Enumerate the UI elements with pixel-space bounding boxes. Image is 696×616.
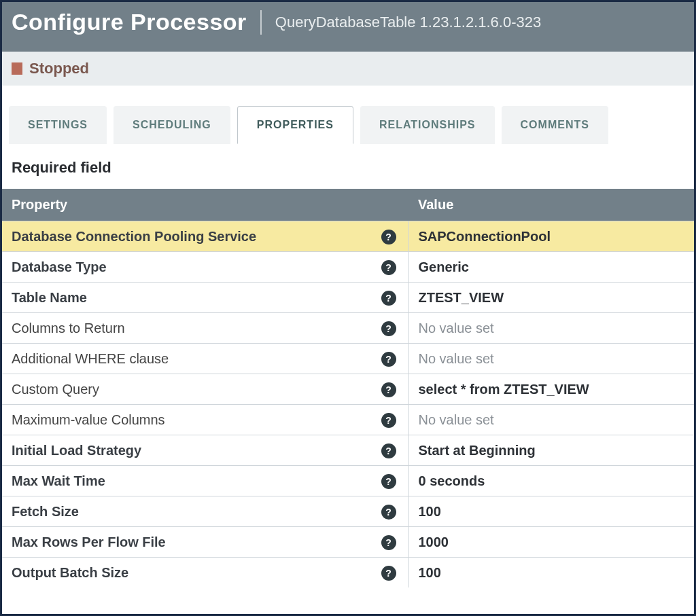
help-icon[interactable]: ? (381, 566, 396, 581)
property-name-cell[interactable]: Maximum-value Columns (2, 405, 369, 435)
help-icon[interactable]: ? (381, 413, 396, 428)
property-name-cell[interactable]: Database Type (2, 252, 369, 283)
property-name-cell[interactable]: Initial Load Strategy (2, 435, 369, 466)
property-value: No value set (419, 351, 494, 366)
help-icon[interactable]: ? (381, 230, 396, 244)
help-cell: ? (369, 283, 408, 313)
help-cell: ? (369, 405, 408, 435)
property-value-cell[interactable]: select * from ZTEST_VIEW (408, 374, 694, 405)
help-cell: ? (369, 374, 408, 405)
title-divider (260, 10, 262, 35)
property-name: Database Type (12, 259, 107, 274)
help-cell: ? (369, 527, 408, 558)
help-icon[interactable]: ? (381, 474, 396, 489)
property-value-cell[interactable]: 0 seconds (408, 466, 694, 496)
tab-properties[interactable]: PROPERTIES (237, 106, 353, 144)
property-name: Database Connection Pooling Service (12, 229, 256, 244)
table-row[interactable]: Output Batch Size?100 (2, 558, 694, 588)
property-name-cell[interactable]: Max Wait Time (2, 466, 369, 496)
property-name-cell[interactable]: Fetch Size (2, 496, 369, 527)
help-cell: ? (369, 344, 408, 374)
help-icon[interactable]: ? (381, 505, 396, 520)
header-value: Value (408, 189, 694, 221)
property-name: Fetch Size (12, 504, 79, 519)
dialog-header: Configure Processor QueryDatabaseTable 1… (2, 2, 694, 52)
property-name-cell[interactable]: Output Batch Size (2, 558, 369, 588)
property-name-cell[interactable]: Additional WHERE clause (2, 344, 369, 374)
configure-processor-dialog: Configure Processor QueryDatabaseTable 1… (0, 0, 696, 616)
property-name: Additional WHERE clause (12, 351, 169, 366)
table-row[interactable]: Database Connection Pooling Service?SAPC… (2, 221, 694, 252)
property-value-cell[interactable]: Start at Beginning (408, 435, 694, 466)
property-value: 100 (419, 565, 441, 580)
property-value: Start at Beginning (419, 443, 536, 458)
help-icon[interactable]: ? (381, 291, 396, 306)
help-cell: ? (369, 252, 408, 283)
property-value-cell[interactable]: No value set (408, 344, 694, 374)
help-cell: ? (369, 435, 408, 466)
property-value-cell[interactable]: 100 (408, 496, 694, 527)
help-icon[interactable]: ? (381, 443, 396, 458)
property-name: Initial Load Strategy (12, 443, 141, 458)
property-value-cell[interactable]: 1000 (408, 527, 694, 558)
property-name: Custom Query (12, 382, 99, 397)
dialog-title: Configure Processor (12, 9, 247, 35)
property-value: No value set (419, 412, 494, 427)
property-value: SAPConnectionPool (419, 229, 551, 244)
property-value-cell[interactable]: No value set (408, 313, 694, 344)
property-name: Max Wait Time (12, 473, 105, 488)
table-row[interactable]: Columns to Return?No value set (2, 313, 694, 344)
table-row[interactable]: Max Wait Time?0 seconds (2, 466, 694, 496)
help-cell: ? (369, 466, 408, 496)
property-value-cell[interactable]: No value set (408, 405, 694, 435)
table-row[interactable]: Table Name?ZTEST_VIEW (2, 283, 694, 313)
help-cell: ? (369, 558, 408, 588)
property-name-cell[interactable]: Max Rows Per Flow File (2, 527, 369, 558)
property-value: 100 (419, 504, 441, 519)
help-icon[interactable]: ? (381, 382, 396, 397)
property-name-cell[interactable]: Columns to Return (2, 313, 369, 344)
help-icon[interactable]: ? (381, 321, 396, 336)
table-row[interactable]: Max Rows Per Flow File?1000 (2, 527, 694, 558)
help-cell: ? (369, 313, 408, 344)
help-cell: ? (369, 221, 408, 252)
property-name: Table Name (12, 290, 87, 305)
tab-scheduling[interactable]: SCHEDULING (114, 106, 230, 144)
tab-comments[interactable]: COMMENTS (502, 106, 608, 144)
property-value-cell[interactable]: ZTEST_VIEW (408, 283, 694, 313)
status-bar: Stopped (2, 52, 694, 86)
property-name-cell[interactable]: Database Connection Pooling Service (2, 221, 369, 252)
property-name-cell[interactable]: Custom Query (2, 374, 369, 405)
processor-name-version: QueryDatabaseTable 1.23.1.2.1.6.0-323 (275, 14, 541, 31)
tab-bar: SETTINGSSCHEDULINGPROPERTIESRELATIONSHIP… (9, 106, 687, 144)
table-row[interactable]: Database Type?Generic (2, 252, 694, 283)
property-value-cell[interactable]: 100 (408, 558, 694, 588)
table-row[interactable]: Fetch Size?100 (2, 496, 694, 527)
property-value: Generic (419, 259, 469, 274)
table-row[interactable]: Initial Load Strategy?Start at Beginning (2, 435, 694, 466)
table-row[interactable]: Custom Query?select * from ZTEST_VIEW (2, 374, 694, 405)
property-value: No value set (419, 321, 494, 336)
tabs-container: SETTINGSSCHEDULINGPROPERTIESRELATIONSHIP… (2, 86, 694, 144)
stopped-icon (12, 62, 22, 75)
property-name: Output Batch Size (12, 565, 128, 580)
help-icon[interactable]: ? (381, 535, 396, 550)
help-icon[interactable]: ? (381, 260, 396, 275)
header-property: Property (2, 189, 408, 221)
help-icon[interactable]: ? (381, 352, 396, 367)
property-value: 0 seconds (419, 473, 485, 488)
table-row[interactable]: Additional WHERE clause?No value set (2, 344, 694, 374)
table-row[interactable]: Maximum-value Columns?No value set (2, 405, 694, 435)
property-value: select * from ZTEST_VIEW (419, 382, 589, 397)
property-value-cell[interactable]: SAPConnectionPool (408, 221, 694, 252)
tab-settings[interactable]: SETTINGS (9, 106, 107, 144)
status-label: Stopped (29, 60, 89, 77)
property-value-cell[interactable]: Generic (408, 252, 694, 283)
property-name-cell[interactable]: Table Name (2, 283, 369, 313)
required-field-label: Required field (2, 144, 694, 189)
tab-relationships[interactable]: RELATIONSHIPS (360, 106, 495, 144)
properties-table: Property Value Database Connection Pooli… (2, 189, 694, 587)
property-name: Columns to Return (12, 321, 125, 336)
help-cell: ? (369, 496, 408, 527)
property-name: Max Rows Per Flow File (12, 535, 166, 549)
